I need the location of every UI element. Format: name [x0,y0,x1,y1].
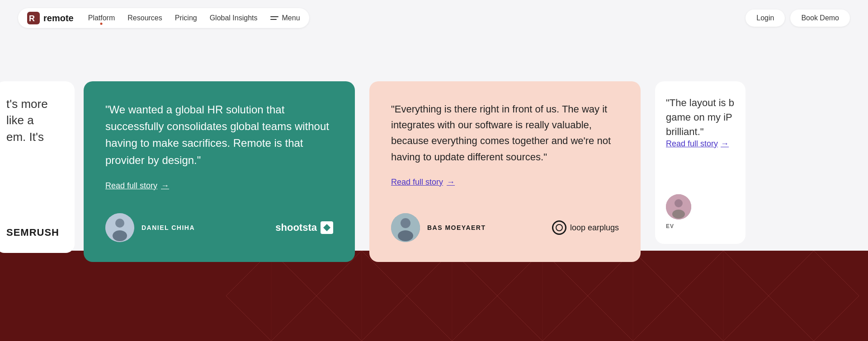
navbar: R remote Platform Resources Pricing Glob… [0,0,868,36]
nav-links: Platform Resources Pricing Global Insigh… [88,14,300,22]
svg-point-13 [401,218,410,228]
partial-right-person: EV [666,194,735,229]
loop-inner-icon [556,224,563,231]
login-button[interactable]: Login [745,9,785,27]
nav-platform[interactable]: Platform [88,14,115,22]
partial-right-text: "The layout is bgame on my iPbrilliant." [666,96,735,139]
hamburger-icon [270,16,278,20]
green-person-row: DANIEL CHIHA shootsta [105,213,333,242]
daniel-name: DANIEL CHIHA [142,224,195,231]
bas-avatar [391,213,420,242]
logo-text: remote [43,13,74,23]
logo[interactable]: R remote [27,12,74,24]
ev-label: EV [666,223,735,229]
partial-right-read-link[interactable]: Read full story → [666,139,729,149]
semrush-logo: SEMRUSH [6,209,64,238]
remote-logo-icon: R [27,12,40,24]
card-partial-left: t's more like aem. It's SEMRUSH [0,81,75,253]
loop-icon [552,220,566,235]
partial-right-arrow: → [721,139,729,149]
loop-logo: loop earplugs [552,220,619,235]
pink-quote: "Everything is there right in front of u… [391,101,619,165]
shootsta-icon [321,221,333,234]
green-card-content: "We wanted a global HR solution that suc… [105,101,333,191]
pink-card-content: "Everything is there right in front of u… [391,101,619,187]
ev-avatar [666,194,691,220]
partial-left-text: t's more like aem. It's [6,96,64,145]
card-green: "We wanted a global HR solution that suc… [84,81,355,262]
nav-menu[interactable]: Menu [270,14,300,22]
nav-global-insights[interactable]: Global Insights [210,14,258,22]
card-pink: "Everything is there right in front of u… [369,81,641,262]
dark-band [0,251,868,341]
bas-info: BAS MOEYAERT [391,213,486,242]
book-demo-button[interactable]: Book Demo [790,9,850,27]
green-quote: "We wanted a global HR solution that suc… [105,101,333,168]
nav-resources[interactable]: Resources [127,14,162,22]
svg-point-16 [675,199,683,207]
svg-point-17 [672,210,685,219]
svg-point-14 [398,230,413,241]
main-area: t's more like aem. It's SEMRUSH "We want… [0,36,868,341]
geo-lines-svg [0,251,868,341]
svg-point-9 [115,219,124,228]
svg-text:R: R [29,14,35,23]
svg-marker-11 [323,224,330,231]
nav-pricing[interactable]: Pricing [175,14,197,22]
cards-track: t's more like aem. It's SEMRUSH "We want… [0,81,868,262]
svg-point-10 [113,230,127,241]
partial-right-content: "The layout is bgame on my iPbrilliant."… [666,96,735,149]
nav-right: Login Book Demo [745,9,850,27]
daniel-info: DANIEL CHIHA [105,213,195,242]
pink-person-row: BAS MOEYAERT loop earplugs [391,213,619,242]
pink-arrow-icon: → [447,178,455,187]
pink-read-link[interactable]: Read full story → [391,178,455,187]
nav-pill: R remote Platform Resources Pricing Glob… [18,8,309,28]
green-read-link[interactable]: Read full story → [105,181,169,191]
shootsta-logo: shootsta [275,221,333,234]
card-partial-right: "The layout is bgame on my iPbrilliant."… [655,81,745,244]
arrow-icon: → [161,181,169,191]
daniel-avatar [105,213,134,242]
bas-name: BAS MOEYAERT [427,224,486,231]
